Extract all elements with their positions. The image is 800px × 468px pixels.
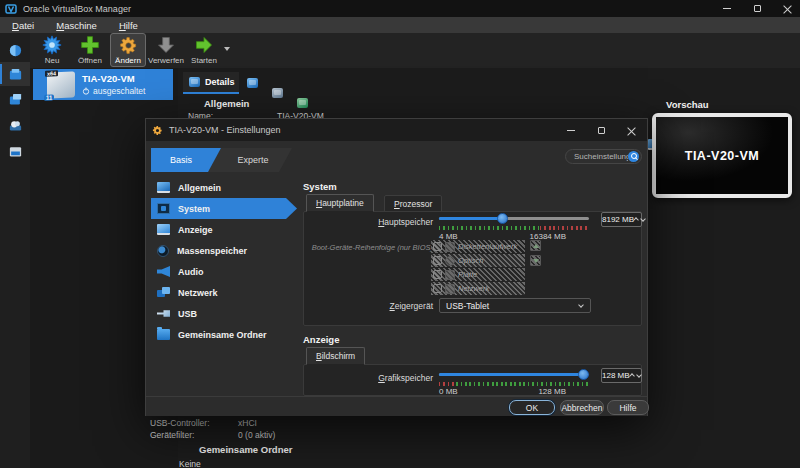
toolbar-open-button[interactable]: Öffnen <box>72 33 108 67</box>
settings-nav-anzeige[interactable]: Anzeige <box>151 219 299 240</box>
memory-slider-ticks <box>439 226 589 230</box>
usb-controller-value: xHCI <box>238 418 257 428</box>
vm-item-text: TIA-V20-VM ausgeschaltet <box>82 73 145 96</box>
dialog-close-button[interactable] <box>617 121 645 139</box>
sidebar-item-extensions[interactable] <box>0 87 30 111</box>
toolbar-new-label: Neu <box>45 56 60 65</box>
search-settings-field[interactable] <box>565 149 642 164</box>
dialog-minimize-button[interactable] <box>557 121 585 139</box>
tab-details[interactable]: Details <box>183 72 239 94</box>
close-button[interactable] <box>770 0 800 17</box>
optical-device-icon <box>445 256 455 266</box>
vram-spin-up-icon[interactable] <box>629 373 635 379</box>
nav-label-massenspeicher: Massenspeicher <box>177 246 247 256</box>
basis-tab-label: Basis <box>170 155 192 165</box>
start-arrow-icon <box>194 35 214 55</box>
toolbar-discard-label: Verwerfen <box>148 56 184 65</box>
network-icon <box>157 287 170 298</box>
vram-slider[interactable] <box>439 368 589 380</box>
vm-list-item[interactable]: x64 11 TIA-V20-VM ausgeschaltet <box>33 69 173 100</box>
help-button[interactable]: Hilfe <box>607 400 649 415</box>
floppy-checkbox[interactable] <box>433 242 442 251</box>
search-icon[interactable] <box>628 151 639 162</box>
boot-move-down-button[interactable] <box>530 255 541 266</box>
settings-nav-allgemein[interactable]: Allgemein <box>151 177 299 198</box>
toolbar-discard-button[interactable]: Verwerfen <box>148 33 184 67</box>
virtualbox-logo-icon <box>5 3 17 15</box>
minimize-button[interactable] <box>710 0 744 17</box>
memory-spin-up-icon[interactable] <box>633 217 639 223</box>
pointer-device-dropdown[interactable]: USB-Tablet <box>439 298 591 313</box>
system-section-heading: System <box>303 181 337 192</box>
optical-checkbox[interactable] <box>433 256 442 265</box>
vm-box-icon <box>8 92 23 107</box>
vram-label-text: Grafikspeicher <box>378 373 433 383</box>
sidebar-item-home[interactable] <box>0 38 30 62</box>
settings-nav-massenspeicher[interactable]: Massenspeicher <box>151 240 299 261</box>
nav-label-system: System <box>178 204 210 214</box>
sidebar-item-activities[interactable] <box>0 139 30 163</box>
dropdown-chevron-icon <box>578 302 584 308</box>
bildschirm-tab-label: Bildschirm <box>316 351 355 361</box>
vram-spinbox[interactable]: 128 MB <box>601 368 642 383</box>
menu-hilfe[interactable]: Hilfe <box>119 20 138 31</box>
display-icon <box>157 224 170 235</box>
boot-item-network[interactable]: Netzwerk <box>431 282 525 295</box>
settings-nav-netzwerk[interactable]: Netzwerk <box>151 282 299 303</box>
sidebar-item-machines[interactable] <box>0 62 30 86</box>
memory-spin-down-icon[interactable] <box>640 216 646 222</box>
vm-preview-screen[interactable]: TIA-V20-VM <box>652 113 792 198</box>
general-icon <box>157 182 170 193</box>
pointer-label-text: Zeigergerät <box>390 301 433 311</box>
toolbar-start-button[interactable]: Starten <box>186 33 222 67</box>
dialog-title: TIA-V20-VM - Einstellungen <box>169 125 281 135</box>
memory-spinbox[interactable]: 8192 MB <box>601 212 642 227</box>
dialog-maximize-button[interactable] <box>587 121 615 139</box>
activity-tab-icon[interactable] <box>297 98 308 108</box>
settings-nav-system[interactable]: System <box>151 198 297 219</box>
network-checkbox[interactable] <box>433 284 442 293</box>
cancel-button[interactable]: Abbrechen <box>560 400 604 415</box>
boot-item-optical[interactable]: Optisch <box>431 254 525 267</box>
vram-value: 128 MB <box>602 371 630 380</box>
logs-tab-icon[interactable] <box>272 88 283 98</box>
toolbar: Neu Öffnen Ändern Verwerfen Starten <box>30 33 800 68</box>
settings-nav-usb[interactable]: USB <box>151 303 299 324</box>
boot-move-up-button[interactable] <box>530 240 541 251</box>
settings-nav-audio[interactable]: Audio <box>151 261 299 282</box>
maximize-button[interactable] <box>740 0 774 17</box>
cloud-icon <box>8 118 23 133</box>
vram-spin-down-icon[interactable] <box>636 372 642 378</box>
vm-cube-icon <box>8 67 23 82</box>
toolbar-new-button[interactable]: Neu <box>34 33 70 67</box>
settings-nav-gemeinsame-ordner[interactable]: Gemeinsame Ordner <box>151 324 299 345</box>
start-dropdown-caret-icon[interactable] <box>224 47 230 51</box>
vram-slider-handle[interactable] <box>578 369 589 380</box>
shared-folder-icon <box>157 329 170 340</box>
boot-label-optical: Optisch <box>458 256 483 265</box>
menu-datei[interactable]: Datei <box>12 20 34 31</box>
dialog-minimize-icon <box>567 130 575 131</box>
close-icon <box>783 4 792 13</box>
details-tab-label: Details <box>205 77 235 87</box>
ok-button[interactable]: OK <box>509 400 555 415</box>
hauptplatine-tab-label: Hauptplatine <box>316 198 364 208</box>
snapshots-tab-icon[interactable] <box>247 78 258 88</box>
search-settings-input[interactable] <box>566 152 628 161</box>
tab-bildschirm[interactable]: Bildschirm <box>306 347 365 365</box>
vm-name: TIA-V20-VM <box>82 73 145 84</box>
sidebar-item-cloud[interactable] <box>0 113 30 137</box>
memory-slider[interactable] <box>439 212 589 224</box>
memory-slider-handle[interactable] <box>497 213 508 224</box>
vm-os-icon: x64 11 <box>47 71 75 98</box>
boot-item-disk[interactable]: Platte <box>431 268 525 281</box>
toolbar-settings-button[interactable]: Ändern <box>110 33 146 67</box>
dialog-maximize-icon <box>598 127 605 134</box>
disk-checkbox[interactable] <box>433 270 442 279</box>
experte-tab-label: Experte <box>237 155 268 165</box>
vm-state: ausgeschaltet <box>93 86 145 96</box>
boot-item-floppy[interactable]: Diskettenlaufwerk <box>431 240 525 253</box>
menu-maschine[interactable]: Maschine <box>56 20 97 31</box>
tab-hauptplatine[interactable]: Hauptplatine <box>306 194 374 212</box>
shared-folders-header: Gemeinsame Ordner <box>199 444 292 455</box>
